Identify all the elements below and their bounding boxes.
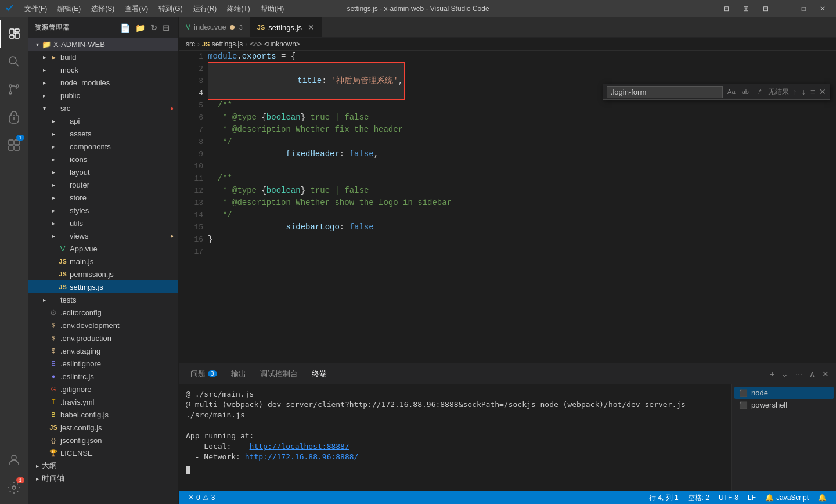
tree-item-jest[interactable]: ▸ JS jest.config.js xyxy=(28,421,178,434)
menu-edit[interactable]: 编辑(E) xyxy=(53,2,85,16)
find-input[interactable] xyxy=(607,86,723,98)
activity-search[interactable] xyxy=(0,48,28,75)
line-numbers: 1 2 3 4 5 6 7 8 9 10 11 12 13 14 xyxy=(179,51,208,258)
tree-item-outline[interactable]: ▸ 大纲 xyxy=(28,459,178,472)
panel-tab-problems[interactable]: 问题 3 xyxy=(183,364,224,384)
tree-item-main-js[interactable]: ▸ JS main.js xyxy=(28,255,178,268)
tree-item-babel[interactable]: ▸ B babel.config.js xyxy=(28,408,178,421)
tree-item-router[interactable]: ▸ router xyxy=(28,178,178,191)
folder-icon: 📁 xyxy=(42,39,51,49)
tree-item-public[interactable]: ▸ public xyxy=(28,89,178,102)
tree-item-src[interactable]: ▾ src ● xyxy=(28,102,178,114)
breadcrumb-src[interactable]: src xyxy=(186,40,195,48)
tree-item-env-dev[interactable]: ▸ $ .env.development xyxy=(28,319,178,332)
status-encoding[interactable]: UTF-8 xyxy=(714,491,743,504)
status-feedback[interactable]: 🔔 xyxy=(813,491,831,504)
tree-item-icons[interactable]: ▸ icons xyxy=(28,153,178,165)
menu-file[interactable]: 文件(F) xyxy=(20,2,52,16)
activity-extensions[interactable]: 1 xyxy=(0,131,28,159)
terminal-powershell-item[interactable]: ⬛ powershell xyxy=(734,399,834,411)
comment: true | false xyxy=(305,111,369,124)
status-language[interactable]: 🔔 JavaScript xyxy=(761,491,813,504)
tree-item-travis[interactable]: ▸ T .travis.yml xyxy=(28,395,178,408)
tree-item-settings-js[interactable]: ▸ JS settings.js xyxy=(28,280,178,293)
find-more-button[interactable]: ≡ xyxy=(809,87,817,96)
find-prev-button[interactable]: ↑ xyxy=(791,87,799,96)
menu-terminal[interactable]: 终端(T) xyxy=(222,2,254,16)
tree-item-env-prod[interactable]: ▸ $ .env.production xyxy=(28,332,178,344)
grid-icon[interactable]: ⊟ xyxy=(758,3,773,14)
tree-item-utils[interactable]: ▸ utils xyxy=(28,217,178,229)
match-case-button[interactable]: Aa xyxy=(725,85,738,98)
local-url-link[interactable]: http://localhost:8888/ xyxy=(250,442,349,451)
tree-item-build[interactable]: ▸ ▸ build xyxy=(28,51,178,63)
tree-item-mock[interactable]: ▸ mock xyxy=(28,63,178,76)
terminal-content[interactable]: @ ./src/main.js @ multi (webpack)-dev-se… xyxy=(179,384,732,491)
whole-word-button[interactable]: ab xyxy=(739,85,752,98)
collapse-all-button[interactable]: ⊟ xyxy=(161,22,171,34)
menu-help[interactable]: 帮助(H) xyxy=(256,2,289,16)
menu-select[interactable]: 选择(S) xyxy=(87,2,119,16)
tree-item-timeline[interactable]: ▸ 时间轴 xyxy=(28,472,178,485)
minimize-button[interactable]: ─ xyxy=(778,3,792,14)
more-actions-button[interactable]: ··· xyxy=(793,368,805,380)
folder-arrow: ▸ xyxy=(39,52,49,62)
status-spaces[interactable]: 空格: 2 xyxy=(683,491,714,504)
layout-icon[interactable]: ⊟ xyxy=(719,3,734,14)
status-eol[interactable]: LF xyxy=(743,491,761,504)
panel-tab-output[interactable]: 输出 xyxy=(224,364,253,384)
tree-item-eslintignore[interactable]: ▸ E .eslintignore xyxy=(28,357,178,370)
split-icon[interactable]: ⊞ xyxy=(738,3,754,14)
tree-item-permission-js[interactable]: ▸ JS permission.js xyxy=(28,268,178,280)
status-error-count[interactable]: ✕ 0 ⚠ 3 xyxy=(183,491,219,504)
tree-item-app-vue[interactable]: ▸ V App.vue xyxy=(28,242,178,255)
activity-settings[interactable]: 1 xyxy=(0,474,28,502)
tree-item-components[interactable]: ▸ components xyxy=(28,140,178,153)
activity-git[interactable] xyxy=(0,75,28,103)
project-root[interactable]: ▾ 📁 X-ADMIN-WEB xyxy=(28,38,178,51)
tree-item-node-modules[interactable]: ▸ node_modules xyxy=(28,76,178,89)
maximize-button[interactable]: □ xyxy=(797,3,810,14)
add-terminal-button[interactable]: + xyxy=(767,368,777,380)
tree-item-styles[interactable]: ▸ styles xyxy=(28,204,178,217)
tree-item-jsconfig[interactable]: ▸ {} jsconfig.json xyxy=(28,434,178,447)
tree-item-tests[interactable]: ▸ tests xyxy=(28,293,178,306)
tab-settings-js[interactable]: JS settings.js ✕ xyxy=(250,17,322,37)
panel-tab-debug[interactable]: 调试控制台 xyxy=(253,364,305,384)
file-label: .eslintrc.js xyxy=(60,372,94,381)
breadcrumb-js[interactable]: JS settings.js xyxy=(202,40,243,48)
find-next-button[interactable]: ↓ xyxy=(800,87,808,96)
terminal-node-item[interactable]: ⬛ node xyxy=(734,387,834,399)
menu-view[interactable]: 查看(V) xyxy=(120,2,153,16)
split-terminal-button[interactable]: ⌄ xyxy=(779,368,791,380)
panel-tab-terminal[interactable]: 终端 xyxy=(305,364,334,384)
menu-goto[interactable]: 转到(G) xyxy=(154,2,187,16)
close-panel-button[interactable]: ✕ xyxy=(820,368,831,380)
tree-item-assets[interactable]: ▸ assets xyxy=(28,127,178,140)
tree-item-views[interactable]: ▸ views ● xyxy=(28,229,178,242)
status-line-col[interactable]: 行 4, 列 1 xyxy=(644,491,683,504)
find-close-button[interactable]: ✕ xyxy=(819,87,826,96)
activity-debug[interactable] xyxy=(0,103,28,131)
maximize-panel-button[interactable]: ∧ xyxy=(807,368,817,380)
tree-item-layout[interactable]: ▸ layout xyxy=(28,165,178,178)
new-folder-button[interactable]: 📁 xyxy=(134,22,147,34)
menu-run[interactable]: 运行(R) xyxy=(189,2,222,16)
tree-item-api[interactable]: ▸ api xyxy=(28,114,178,127)
activity-explorer[interactable] xyxy=(0,20,28,48)
regex-button[interactable]: .* xyxy=(753,85,766,98)
tree-item-gitignore[interactable]: ▸ G .gitignore xyxy=(28,383,178,395)
refresh-button[interactable]: ↻ xyxy=(149,22,159,34)
tab-close-button[interactable]: ✕ xyxy=(308,23,315,32)
breadcrumb-symbol[interactable]: <⌂> <unknown> xyxy=(250,40,300,48)
tab-index-vue[interactable]: V index.vue 3 xyxy=(179,17,250,37)
activity-account[interactable] xyxy=(0,446,28,474)
tree-item-env-stag[interactable]: ▸ $ .env.staging xyxy=(28,344,178,357)
tree-item-store[interactable]: ▸ store xyxy=(28,191,178,204)
close-button[interactable]: ✕ xyxy=(815,3,830,14)
network-url-link[interactable]: http://172.16.88.96:8888/ xyxy=(245,452,359,461)
new-file-button[interactable]: 📄 xyxy=(119,22,132,34)
tree-item-eslintrc[interactable]: ▸ ● .eslintrc.js xyxy=(28,370,178,383)
tree-item-license[interactable]: ▸ 🏆 LICENSE xyxy=(28,447,178,459)
tree-item-editorconfig[interactable]: ▸ ⚙ .editorconfig xyxy=(28,306,178,319)
